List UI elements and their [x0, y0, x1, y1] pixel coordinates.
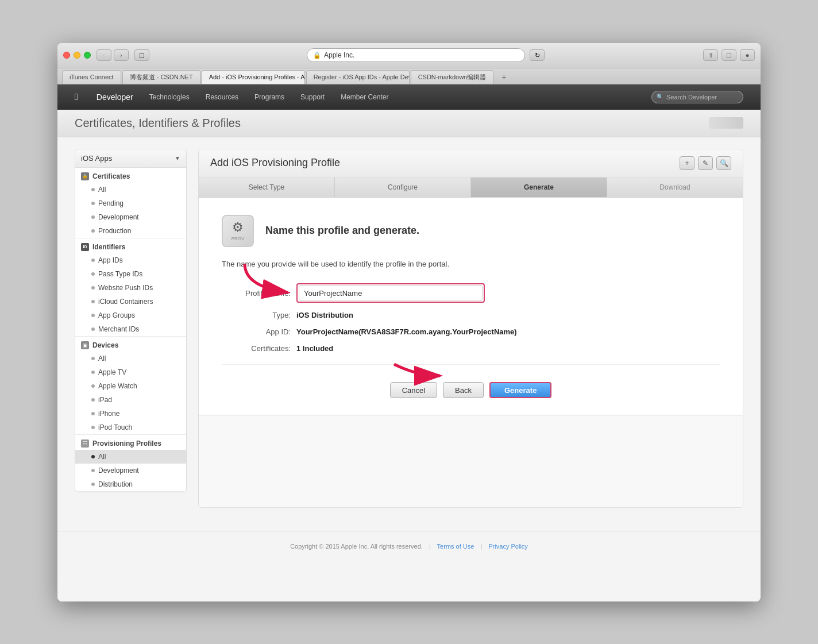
- close-button[interactable]: [63, 52, 70, 59]
- privacy-policy-link[interactable]: Privacy Policy: [488, 543, 527, 550]
- dot-icon: [91, 412, 95, 415]
- sidebar-item-profiles-distribution[interactable]: Distribution: [75, 477, 186, 491]
- dot-icon: [91, 215, 95, 219]
- back-nav-button[interactable]: ‹: [97, 49, 111, 61]
- minimize-button[interactable]: [74, 52, 80, 59]
- sidebar-item-certs-production[interactable]: Production: [75, 224, 186, 238]
- sidebar-item-profiles-all[interactable]: All: [75, 450, 186, 464]
- step-label: Configure: [388, 183, 418, 191]
- form-content: ⚙ PROV Name this profile and generate. T…: [199, 198, 743, 416]
- certificates-header: 🔒 Certificates: [75, 168, 186, 183]
- share-button[interactable]: ⇧: [703, 49, 718, 61]
- terms-of-use-link[interactable]: Terms of Use: [437, 543, 474, 550]
- step-configure: Configure: [335, 178, 471, 197]
- footer-separator-2: |: [480, 543, 482, 550]
- address-bar[interactable]: 🔒 Apple Inc.: [307, 48, 525, 62]
- add-tab-button[interactable]: +: [497, 71, 511, 83]
- sidebar-item-app-groups[interactable]: App Groups: [75, 308, 186, 322]
- sidebar-item-apple-tv[interactable]: Apple TV: [75, 365, 186, 379]
- sidebar-item-label: Pass Type IDs: [98, 270, 142, 278]
- nav-programs[interactable]: Programs: [254, 93, 284, 101]
- reload-button[interactable]: ↻: [530, 49, 545, 61]
- provisioning-profiles-title: Provisioning Profiles: [92, 439, 161, 448]
- tab-csdn-markdown[interactable]: CSDN-markdown编辑器: [411, 70, 494, 84]
- sidebar-item-app-ids[interactable]: App IDs: [75, 253, 186, 267]
- steps-bar: Select Type Configure Generate Download: [199, 178, 743, 198]
- content-bottom-area: [199, 415, 743, 507]
- nav-resources[interactable]: Resources: [206, 93, 238, 101]
- nav-member-center[interactable]: Member Center: [341, 93, 388, 101]
- tab-csdn[interactable]: 博客频道 - CSDN.NET: [122, 70, 200, 84]
- developer-label[interactable]: Developer: [97, 92, 133, 102]
- generate-button[interactable]: Generate: [489, 382, 551, 398]
- form-area-wrapper: ⚙ PROV Name this profile and generate. T…: [199, 198, 743, 416]
- sidebar-item-label: All: [98, 453, 106, 461]
- app-id-label: App ID:: [222, 327, 291, 336]
- toolbar-right: ⇧ ☐ ●: [703, 49, 755, 61]
- back-button[interactable]: Back: [443, 382, 484, 398]
- edit-icon-button[interactable]: ✎: [698, 156, 713, 170]
- step-label: Download: [659, 183, 690, 191]
- nav-technologies[interactable]: Technologies: [149, 93, 190, 101]
- window-mode-button[interactable]: □: [134, 49, 149, 61]
- sidebar-item-devices-all[interactable]: All: [75, 352, 186, 365]
- sidebar-item-label: Apple Watch: [98, 382, 137, 390]
- tab-itunes-connect[interactable]: iTunes Connect: [62, 70, 121, 84]
- sidebar-item-ipod-touch[interactable]: iPod Touch: [75, 421, 186, 434]
- sidebar-item-label: Merchant IDs: [98, 325, 139, 333]
- title-area-logo: [709, 117, 743, 129]
- sidebar-item-label: All: [98, 186, 106, 194]
- sidebar-item-certs-development[interactable]: Development: [75, 210, 186, 224]
- search-box[interactable]: 🔍 Search Developer: [651, 91, 743, 103]
- sidebar-item-website-push-ids[interactable]: Website Push IDs: [75, 281, 186, 295]
- identifiers-section: ID Identifiers App IDs Pass Type IDs Web…: [75, 238, 186, 337]
- extensions-button[interactable]: ●: [740, 49, 755, 61]
- sidebar-item-certs-all[interactable]: All: [75, 183, 186, 196]
- sidebar-item-icloud-containers[interactable]: iCloud Containers: [75, 295, 186, 308]
- dot-icon: [91, 188, 95, 191]
- sidebar-item-pass-type-ids[interactable]: Pass Type IDs: [75, 267, 186, 281]
- maximize-button[interactable]: [84, 52, 91, 59]
- sidebar-item-label: All: [98, 354, 106, 363]
- certificates-row: Certificates: 1 Included: [222, 344, 720, 353]
- app-id-row: App ID: YourProjectName(RVSA8S3F7R.com.a…: [222, 327, 720, 336]
- sidebar-item-label: iPod Touch: [98, 423, 132, 431]
- type-label: Type:: [222, 311, 291, 319]
- form-header: ⚙ PROV Name this profile and generate.: [222, 215, 720, 247]
- identifiers-icon: ID: [81, 243, 89, 251]
- tab-label: Add - iOS Provisioning Profiles - Appl..…: [209, 74, 305, 80]
- lock-icon: 🔒: [313, 52, 321, 59]
- app-id-value: YourProjectName(RVSA8S3F7R.com.ayang.You…: [296, 327, 517, 336]
- search-icon-button[interactable]: 🔍: [716, 156, 731, 170]
- cancel-button[interactable]: Cancel: [390, 382, 437, 398]
- content-header-icons: + ✎ 🔍: [680, 156, 731, 170]
- sidebar-item-certs-pending[interactable]: Pending: [75, 196, 186, 210]
- provisioning-icon: ☷: [81, 439, 89, 448]
- tab-register-app-ids[interactable]: Register - iOS App IDs - Apple Developer: [306, 70, 410, 84]
- sidebar-item-ipad[interactable]: iPad: [75, 393, 186, 407]
- profile-name-input[interactable]: [299, 286, 483, 300]
- type-value: iOS Distribution: [296, 311, 353, 319]
- identifiers-title: Identifiers: [92, 243, 125, 251]
- dropdown-label: iOS Apps: [81, 154, 112, 163]
- sidebar-item-apple-watch[interactable]: Apple Watch: [75, 379, 186, 393]
- form-description: The name you provide will be used to ide…: [222, 259, 720, 270]
- apple-nav:  Developer Technologies Resources Progr…: [57, 84, 761, 110]
- new-tab-button[interactable]: ☐: [721, 49, 736, 61]
- dot-icon: [91, 327, 95, 331]
- dot-icon: [91, 469, 95, 472]
- sidebar-item-label: Development: [98, 466, 139, 475]
- ios-apps-dropdown[interactable]: iOS Apps ▼: [75, 149, 186, 168]
- sidebar-item-merchant-ids[interactable]: Merchant IDs: [75, 322, 186, 336]
- add-icon-button[interactable]: +: [680, 156, 694, 170]
- sidebar-item-profiles-development[interactable]: Development: [75, 464, 186, 477]
- copyright-text: Copyright © 2015 Apple Inc. All rights r…: [290, 543, 423, 550]
- forward-nav-button[interactable]: ›: [114, 49, 129, 61]
- nav-support[interactable]: Support: [300, 93, 325, 101]
- tab-add-provisioning[interactable]: Add - iOS Provisioning Profiles - Appl..…: [202, 70, 305, 84]
- dot-icon: [91, 286, 95, 290]
- sidebar-item-label: Distribution: [98, 480, 133, 488]
- sidebar: iOS Apps ▼ 🔒 Certificates All Pe: [75, 149, 187, 492]
- sidebar-item-iphone[interactable]: iPhone: [75, 407, 186, 421]
- certificates-value: 1 Included: [296, 344, 333, 353]
